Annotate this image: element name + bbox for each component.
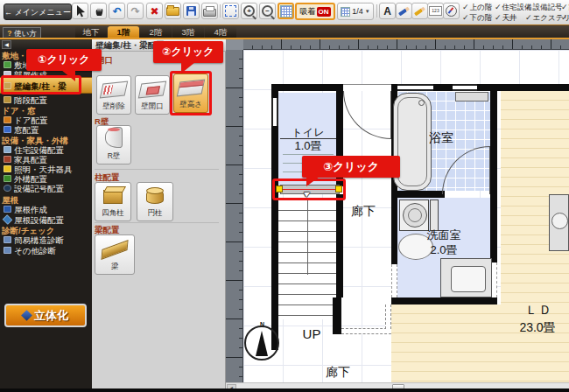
sidebar-item-label: 外構配置 (14, 174, 47, 184)
main-menu-back-button[interactable]: ← メインメニューへ (4, 4, 72, 20)
checkbox-lower-floor[interactable]: ✓下の階 (462, 13, 492, 24)
toolbar-separator (220, 4, 221, 18)
checkbox-label: 下の階 (470, 13, 493, 22)
check-icon: ✓ (495, 13, 502, 22)
tab-floor2[interactable]: 2階 (140, 26, 172, 38)
door-swing-arc (343, 91, 391, 139)
compass-tool-icon (446, 5, 457, 17)
sidebar-item-stairs[interactable]: 階段配置 (0, 95, 92, 105)
grid-scale-dropdown[interactable]: 1/4 ▼ (337, 3, 374, 20)
zoom-in-button[interactable]: + (241, 3, 257, 19)
north-compass: N (244, 326, 279, 360)
checkbox-equipment-symbol[interactable]: ✓設備記号 (525, 3, 563, 13)
beam-button[interactable]: 梁 (95, 234, 135, 275)
sidebar-item-roof-equipment[interactable]: 屋根設備配置 (0, 215, 92, 225)
line-tool-button[interactable] (396, 3, 412, 19)
snap-toggle-button[interactable]: 吸着 ON (295, 3, 335, 20)
sidebar-item-equipment-symbol[interactable]: 設備記号配置 (0, 184, 92, 193)
marker-tool-button[interactable] (411, 3, 428, 19)
lighting-icon (4, 165, 11, 172)
select-tool-button[interactable] (72, 3, 88, 19)
floorplan-canvas[interactable]: N トイレ 1.0畳 浴室 洗面室 2.0畳 ＬＤ 23.0畳 廊下 廊下 UP… (243, 50, 569, 382)
fit-view-button[interactable] (222, 3, 239, 19)
chevron-down-icon: ▼ (365, 9, 370, 14)
checkbox-furniture[interactable]: ✓家具 (561, 3, 569, 13)
kitchen-sink-circle (551, 213, 568, 229)
checkbox-small-items[interactable]: ✓小物 (561, 13, 569, 24)
bathtub-drain (418, 100, 425, 106)
redo-icon: ↷ (130, 6, 139, 17)
fit-view-icon (225, 5, 236, 17)
check-icon: ✓ (495, 3, 502, 11)
door-icon (4, 116, 11, 123)
tab-floor4[interactable]: 4階 (205, 26, 236, 38)
zoom-out-icon: − (262, 5, 273, 17)
rwall-button[interactable]: R壁 (96, 125, 131, 164)
sidebar-item-label: ドア配置 (14, 116, 47, 125)
grid-toggle-button[interactable] (277, 3, 294, 19)
redo-button[interactable]: ↷ (127, 3, 144, 19)
furniture-icon (4, 156, 11, 163)
sidebar-item-other-check[interactable]: その他診断 (0, 246, 92, 256)
compass-tool-button[interactable] (443, 3, 460, 19)
callout-tail (61, 70, 75, 81)
panel-divider (95, 169, 219, 170)
pan-tool-button[interactable] (90, 3, 107, 19)
tab-basement[interactable]: 地下 (75, 26, 107, 38)
square-pillar-button[interactable]: 四角柱 (95, 182, 131, 221)
sidebar-item-label: 簡易構造診断 (14, 235, 64, 245)
checkbox-upper-floor[interactable]: ✓上の階 (462, 3, 492, 13)
symbol-globe-icon (4, 185, 11, 192)
checkbox-label: 天井 (502, 13, 517, 22)
help-button[interactable]: ? 使い方 (3, 27, 41, 38)
text-tool-button[interactable]: A (379, 3, 396, 19)
make-3d-label: 立体化 (34, 308, 68, 324)
sidebar-item-furniture[interactable]: 家具配置 (0, 155, 92, 164)
checkbox-ceiling[interactable]: ✓天井 (495, 13, 517, 24)
equipment-icon (4, 146, 11, 153)
check-icon: ✓ (525, 3, 532, 11)
check-icon: ✓ (561, 13, 568, 22)
pan-hand-icon (94, 5, 104, 17)
sidebar-item-structure-check[interactable]: 簡易構造診断 (0, 235, 92, 245)
undo-icon: ↶ (112, 6, 121, 17)
label-hall-upper: 廊下 (351, 204, 376, 220)
save-button[interactable] (183, 3, 200, 19)
print-button[interactable] (201, 3, 218, 19)
sidebar-collapse-button[interactable]: ◀ (2, 40, 11, 49)
rwall-label: R壁 (108, 151, 121, 162)
sidebar-item-roof-create[interactable]: 屋根作成 (0, 205, 92, 214)
back-arrow-icon: ← (4, 8, 12, 17)
window (271, 98, 278, 126)
wall-opening-icon (138, 81, 167, 99)
label-stairs-up: UP (303, 326, 321, 341)
sidebar-item-window[interactable]: 窓配置 (0, 125, 92, 135)
sidebar-item-label: 屋根作成 (14, 205, 47, 214)
measure-ruler-icon: 123 (429, 6, 442, 16)
round-pillar-button[interactable]: 円柱 (137, 182, 173, 221)
callout-tail (306, 177, 320, 186)
sidebar-item-exterior[interactable]: 外構配置 (0, 174, 92, 184)
undo-button[interactable]: ↶ (109, 3, 125, 19)
delete-button[interactable]: ✖ (146, 3, 163, 19)
sidebar-item-lighting[interactable]: 照明・天井器具 (0, 164, 92, 174)
beam-icon (101, 240, 128, 260)
tab-floor3[interactable]: 3階 (172, 26, 204, 38)
sidebar-item-housing-equipment[interactable]: 住宅設備配置 (0, 145, 92, 155)
measure-tool-button[interactable]: 123 (427, 3, 444, 19)
sidebar-item-door[interactable]: ドア配置 (0, 116, 92, 125)
grid-icon (280, 5, 292, 18)
wall-delete-button[interactable]: 壁削除 (96, 75, 131, 115)
wall-opening-button[interactable]: 壁開口 (135, 75, 170, 115)
room-label-toilet: トイレ (292, 125, 325, 140)
tab-floor1[interactable]: 1階 (108, 26, 139, 38)
open-file-button[interactable] (165, 3, 181, 19)
roof-equipment-icon (2, 214, 12, 225)
cursor-icon (75, 5, 86, 18)
panel-divider (95, 222, 219, 223)
sidebar-item-label: 屋根設備配置 (14, 215, 64, 225)
blue-pencil-icon (398, 6, 410, 16)
make-3d-button[interactable]: 立体化 (4, 304, 87, 327)
zoom-out-button[interactable]: − (259, 3, 276, 19)
stairs (278, 200, 336, 319)
